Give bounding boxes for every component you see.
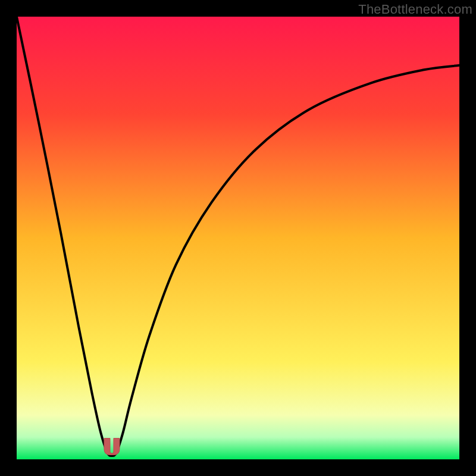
watermark-text: TheBottleneck.com xyxy=(358,2,472,17)
bottleneck-curve xyxy=(17,17,459,459)
plot-frame xyxy=(17,17,459,459)
